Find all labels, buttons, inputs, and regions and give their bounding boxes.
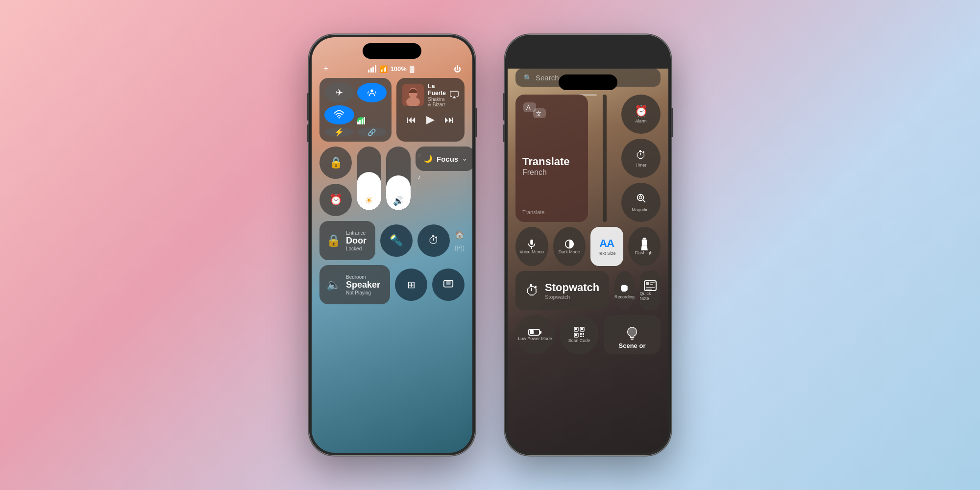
alarm-button[interactable]: ⏰ <box>319 184 352 216</box>
airplay-icon[interactable] <box>450 90 459 100</box>
entrance-door-button[interactable]: 🔒 Entrance Door Locked <box>319 221 375 260</box>
dark-mode-button[interactable]: Dark Mode <box>553 227 586 266</box>
flashlight-control-button[interactable]: Flashlight <box>628 227 661 266</box>
dark-mode-label: Dark Mode <box>559 249 580 254</box>
scan-code-label: Scan Code <box>568 338 590 343</box>
play-pause-button[interactable]: ▶ <box>426 113 435 126</box>
volume-slider[interactable]: 🔊 <box>386 147 411 210</box>
door-label-big: Door <box>346 236 367 246</box>
svg-rect-31 <box>530 330 534 334</box>
phone2-power-button[interactable] <box>671 108 673 137</box>
timer-circle-label: Timer <box>636 163 647 168</box>
p2-row-4: Low Power Mode <box>515 315 661 354</box>
scene-button[interactable]: Scene or <box>604 315 661 354</box>
svg-rect-38 <box>575 334 577 336</box>
low-power-mode-button[interactable]: Low Power Mode <box>515 315 555 354</box>
svg-point-14 <box>639 196 642 199</box>
power-button[interactable] <box>475 108 477 137</box>
magnifier-control-button[interactable]: Magnifier <box>621 183 661 222</box>
svg-rect-28 <box>646 287 655 288</box>
flashlight-label: Flashlight <box>635 250 654 255</box>
svg-rect-43 <box>630 337 634 338</box>
speaker-icon: 🔈 <box>326 278 341 292</box>
translate-button[interactable]: A 文 Translate French Translate <box>515 95 588 222</box>
scan-code-button[interactable]: Scan Code <box>560 315 599 354</box>
voice-memo-icon <box>526 239 537 249</box>
brightness-slider[interactable]: ☀ <box>357 147 381 210</box>
add-control-button[interactable]: + <box>323 64 329 74</box>
timer-button[interactable]: ⏱ <box>417 224 450 257</box>
quick-note-label: Quick Note <box>640 291 661 301</box>
row-connectivity: ✈ <box>319 78 465 142</box>
scene-content: Scene or <box>611 326 654 349</box>
previous-button[interactable]: ⏮ <box>407 114 416 125</box>
search-icon: 🔍 <box>523 74 532 82</box>
svg-rect-39 <box>580 333 582 335</box>
silent-switch[interactable] <box>307 93 309 107</box>
wifi-icon <box>334 109 344 120</box>
airplane-mode-button[interactable]: ✈ <box>324 83 354 102</box>
speaker-label-big: Speaker <box>346 280 380 290</box>
next-button[interactable]: ⏭ <box>444 114 454 125</box>
recording-button[interactable]: ⏺ Recording <box>614 271 635 310</box>
alarm-circle-label: Alarm <box>635 119 647 123</box>
dark-mode-icon <box>564 239 575 249</box>
cellular-signal-icon <box>357 117 366 124</box>
stopwatch-button[interactable]: ⏱ Stopwatch Stopwatch <box>515 271 609 310</box>
svg-rect-32 <box>540 331 541 334</box>
phone1-background: + 📶 100% ▓ ⏻ <box>312 37 472 453</box>
wifi-button[interactable] <box>324 105 354 125</box>
airdrop-button[interactable] <box>357 83 387 102</box>
svg-point-0 <box>370 89 373 92</box>
quick-note-icon <box>644 280 657 291</box>
timer-icon: ⏱ <box>428 234 439 247</box>
playback-controls: ⏮ ▶ ⏭ <box>402 113 459 126</box>
bluetooth-button[interactable]: ⚡ <box>324 127 354 137</box>
bedroom-speaker-button[interactable]: 🔈 Bedroom Speaker Not Playing <box>319 265 390 304</box>
svg-rect-7 <box>446 281 450 285</box>
brightness-fill: ☀ <box>357 172 381 210</box>
svg-rect-44 <box>631 339 634 340</box>
magnifier-icon <box>636 193 646 206</box>
phone2-volume-down-button[interactable] <box>503 124 505 142</box>
alarm-control-button[interactable]: ⏰ Alarm <box>621 95 661 134</box>
svg-rect-27 <box>650 284 653 285</box>
row-3: 🔒 Entrance Door Locked 🔦 ⏱ <box>319 221 465 260</box>
dynamic-island-2 <box>559 74 617 90</box>
focus-button[interactable]: 🌙 Focus ⌄ <box>416 147 472 171</box>
translate-icon: A 文 <box>522 101 547 121</box>
magnifier-label: Magnifier <box>632 207 650 212</box>
phone-2: 🔍 Search Controls A <box>505 34 671 456</box>
flashlight-button[interactable]: 🔦 <box>380 224 413 257</box>
svg-rect-40 <box>583 333 584 335</box>
low-power-label: Low Power Mode <box>518 336 552 341</box>
svg-rect-26 <box>650 282 655 283</box>
screen-mirror-icon <box>443 279 454 290</box>
phone2-silent-switch[interactable] <box>503 93 505 107</box>
quick-note-button[interactable]: Quick Note <box>640 271 661 310</box>
airdrop-icon <box>367 87 377 98</box>
svg-line-13 <box>643 200 645 202</box>
power-indicator: ⏻ <box>454 65 461 73</box>
cellular-data-button[interactable] <box>357 117 366 124</box>
svg-rect-41 <box>580 336 582 337</box>
screen-lock-button[interactable]: 🔒 <box>319 147 352 179</box>
svg-point-1 <box>339 117 340 119</box>
phone2-background: 🔍 Search Controls A <box>508 69 668 453</box>
screen-mirror-button[interactable] <box>432 269 465 301</box>
alarm-circle-icon: ⏰ <box>635 105 648 118</box>
svg-text:文: 文 <box>536 111 541 117</box>
text-size-button[interactable]: AA Text Size <box>590 227 623 266</box>
door-label-small: Entrance <box>346 230 367 236</box>
voice-memo-button[interactable]: Voice Memo <box>515 227 548 266</box>
svg-marker-5 <box>452 96 456 98</box>
calculator-button[interactable]: ⊞ <box>395 269 427 301</box>
now-playing-widget[interactable]: La Fuerte Shakira & Bizarr <box>396 78 465 142</box>
speaker-status: Not Playing <box>346 290 380 295</box>
volume-down-button[interactable] <box>307 124 309 142</box>
lock-alarm-col: 🔒 ⏰ <box>319 147 352 216</box>
timer-control-button[interactable]: ⏱ Timer <box>621 139 661 178</box>
link-icon: 🔗 <box>368 128 376 136</box>
flashlight-icon <box>640 238 649 250</box>
airplay-button[interactable]: 🔗 <box>357 127 387 137</box>
